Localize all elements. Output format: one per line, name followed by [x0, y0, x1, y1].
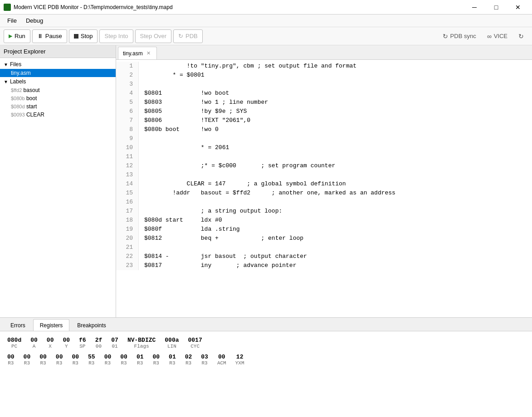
stop-button[interactable]: Stop [69, 29, 98, 43]
line-number-18: 18 [120, 216, 133, 225]
files-collapse-icon: ▼ [4, 62, 8, 67]
window-icon [4, 4, 11, 11]
reg-name-6: 01 [112, 344, 117, 349]
reg-name-r3-3: R3 [56, 360, 62, 366]
reg-value-r3-2: 00 [39, 354, 47, 360]
run-button[interactable]: ▶ Run [4, 29, 30, 43]
label-item-clear[interactable]: $0093 CLEAR [0, 111, 116, 119]
labels-folder[interactable]: ▼ Labels [0, 77, 116, 86]
reg-group-r3-7: 00R3 [120, 354, 127, 366]
reg-name-r3-12: R3 [202, 360, 208, 366]
menu-file[interactable]: File [4, 15, 20, 26]
tab-registers[interactable]: Registers [33, 319, 70, 331]
code-line-23: $0817 iny ; advance pointer [144, 261, 527, 270]
code-lines: !to "tiny.prg", cbm ; set output file an… [139, 62, 532, 270]
pause-label: Pause [45, 33, 62, 39]
tab-tiny-asm[interactable]: tiny.asm ✕ [118, 47, 157, 59]
reg-name-r3-13: ACM [217, 360, 226, 366]
line-number-16: 16 [120, 198, 133, 207]
pause-button[interactable]: ⏸ Pause [32, 29, 67, 43]
reg-group-r3-9: 00R3 [152, 354, 160, 366]
reg-value-8: 000a [165, 337, 179, 344]
files-folder[interactable]: ▼ Files [0, 60, 116, 69]
reg-group-r3-6: 00R3 [104, 354, 112, 366]
tab-breakpoints[interactable]: Breakpoints [70, 319, 112, 331]
label-item-basout[interactable]: $ffd2 basout [0, 86, 116, 94]
reg-value-r3-6: 00 [104, 354, 112, 360]
line-number-21: 21 [120, 243, 133, 252]
reg-name-1: A [33, 344, 36, 349]
reg-value-9: 0017 [188, 337, 202, 344]
close-button[interactable]: ✕ [508, 0, 528, 15]
reg-value-3: 00 [63, 337, 70, 344]
label-name-clear: CLEAR [25, 112, 44, 118]
title-bar: Modern VICE PDB Monitor - D:\Temp\modern… [0, 0, 532, 15]
reg-name-5: 00 [96, 344, 102, 349]
reg-group-flags-7: NV-BDIZCFlags [127, 337, 156, 349]
reg-name-r3-8: R3 [137, 360, 143, 366]
reg-name-3: Y [65, 344, 68, 349]
menu-bar: File Debug [0, 15, 532, 27]
reg-name-0: PC [11, 344, 17, 349]
pause-icon: ⏸ [37, 33, 43, 39]
reg-group-x-2: 00X [47, 337, 54, 349]
reg-name-r3-14: YXM [235, 360, 244, 366]
pdb-sync-label: PDB sync [450, 33, 476, 39]
bottom-panel: Errors Registers Breakpoints 080dPC00A00… [0, 317, 532, 417]
label-item-boot[interactable]: $080b boot [0, 94, 116, 102]
line-number-12: 12 [120, 161, 133, 170]
code-content: 1234567891011121314151617181920212223 !t… [116, 60, 532, 272]
registers-row-2: 00R300R300R300R300R355R300R300R301R300R3… [7, 354, 525, 366]
code-line-21 [144, 243, 527, 252]
label-name-basout: basout [22, 87, 39, 93]
tab-close-icon[interactable]: ✕ [146, 50, 152, 57]
code-line-5: $0803 !wo 1 ; line number [144, 98, 527, 107]
maximize-button[interactable]: □ [486, 0, 507, 15]
reg-value-2: 00 [47, 337, 54, 344]
line-number-3: 3 [120, 80, 133, 89]
pdb-button[interactable]: ↻ PDB [173, 29, 203, 43]
step-over-button[interactable]: Step Over [135, 29, 172, 43]
line-number-15: 15 [120, 189, 133, 198]
code-line-6: $0805 !by $9e ; SYS [144, 107, 527, 116]
reg-group-lin-8: 000aLIN [165, 337, 179, 349]
reg-value-r3-9: 00 [152, 354, 160, 360]
label-item-start[interactable]: $080d start [0, 102, 116, 111]
reg-value-r3-12: 03 [201, 354, 208, 360]
tab-errors-label: Errors [10, 322, 25, 329]
reg-group-r3-8: 01R3 [137, 354, 144, 366]
code-scroll[interactable]: 1234567891011121314151617181920212223 !t… [116, 60, 532, 317]
step-into-button[interactable]: Step Into [99, 29, 133, 43]
registers-panel: 080dPC00A00X00Yf6SP2f000701NV-BDIZCFlags… [0, 331, 532, 373]
menu-debug[interactable]: Debug [22, 15, 47, 26]
reg-name-4: SP [79, 344, 85, 349]
tab-errors[interactable]: Errors [4, 319, 32, 331]
tab-tiny-asm-label: tiny.asm [123, 50, 143, 57]
reg-name-r3-2: R3 [40, 360, 46, 366]
reg-name-9: CYC [190, 344, 200, 349]
line-number-11: 11 [120, 152, 133, 161]
line-number-5: 5 [120, 98, 133, 107]
minimize-button[interactable]: ─ [464, 0, 485, 15]
code-line-10: * = 2061 [144, 143, 527, 152]
line-number-22: 22 [120, 252, 133, 261]
reg-name-r3-1: R3 [24, 360, 30, 366]
pe-header: Project Explorer [0, 45, 116, 58]
title-text: Modern VICE PDB Monitor - D:\Temp\modern… [14, 4, 173, 10]
project-explorer: Project Explorer ▼ Files tiny.asm ▼ Labe… [0, 45, 116, 317]
line-number-6: 6 [120, 107, 133, 116]
file-item-tiny-asm[interactable]: tiny.asm [0, 69, 116, 77]
reg-group-r3-12: 03R3 [201, 354, 208, 366]
reg-value-r3-14: 12 [236, 354, 244, 360]
label-addr-boot: $080b [11, 96, 25, 101]
pdb-sync-button[interactable]: ↻ PDB sync [438, 31, 481, 42]
reg-value-4: f6 [79, 337, 86, 344]
vice-button[interactable]: ∞ VICE [483, 31, 512, 42]
vice-refresh-button[interactable]: ↻ [514, 31, 528, 42]
reg-value-r3-3: 00 [56, 354, 63, 360]
reg-group-r3-4: 00R3 [72, 354, 79, 366]
reg-value-6: 07 [111, 337, 118, 344]
main-layout: Project Explorer ▼ Files tiny.asm ▼ Labe… [0, 45, 532, 317]
reg-name-r3-4: R3 [73, 360, 78, 366]
line-number-19: 19 [120, 225, 133, 234]
